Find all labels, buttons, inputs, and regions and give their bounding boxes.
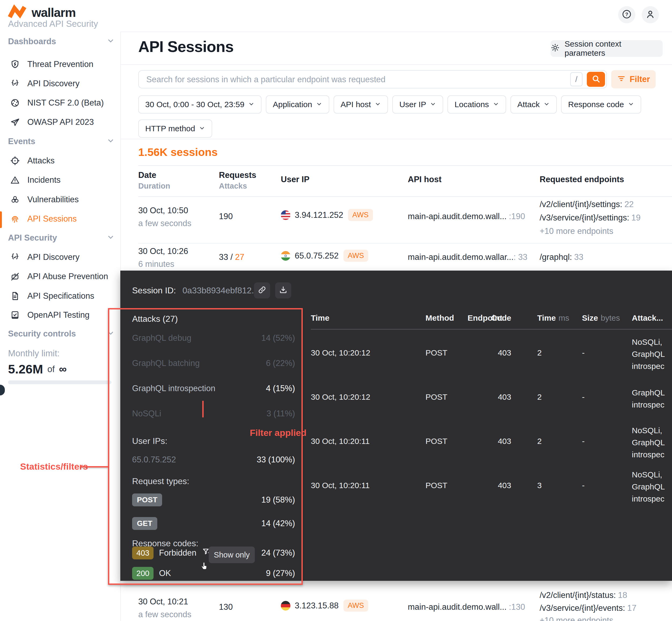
cloud-badge: AWS [343,599,368,612]
chevron-down-icon [375,100,381,109]
gear-icon [551,43,560,54]
session-endpoint: /v2/client/{int}/settings:22 [540,200,634,209]
chip-attack[interactable]: Attack [510,95,557,114]
cloud-badge: AWS [343,250,368,262]
session-id-value: 0a33b8934ebf812... [182,286,259,295]
cloud-badge: AWS [348,209,373,221]
chevron-down-icon [493,100,499,109]
flag-de-icon [281,601,290,611]
session-requests: 190 [219,212,233,221]
chip-response-code[interactable]: Response code [561,95,641,114]
sidebar-item-api-specifications[interactable]: API Specifications [10,290,94,302]
chevron-down-icon [628,100,634,109]
session-id-label: Session ID: [132,286,176,295]
session-user-ip: 65.0.75.252 AWS [281,250,368,262]
session-api-host: main-api.audit.demo.wallar...: 33 [408,252,527,262]
col-header-requests: Requests [219,170,256,180]
dcol-time-ms: Timems [537,314,569,323]
sidebar-item-threat-prevention[interactable]: Threat Prevention [10,58,93,71]
sidebar-item-incidents[interactable]: Incidents [10,174,60,187]
session-row-2[interactable]: 30 Oct, 10:26 6 minutes 33 / 27 65.0.75.… [0,243,672,271]
sidebar-item-openapi-testing[interactable]: OpenAPI Testing [10,308,89,322]
session-api-host: main-api.audit.demo.wall... :130 [408,602,525,612]
copy-link-button[interactable] [254,282,270,298]
sidebar-section-security-controls[interactable]: Security controls [8,327,76,340]
dcol-time: Time [311,314,329,323]
annotation-tick [202,401,204,417]
search-input[interactable] [146,71,570,88]
sidebar-section-events[interactable]: Events [8,135,35,148]
help-button[interactable]: ? [618,6,635,23]
braces-check-icon [10,78,20,89]
user-menu-button[interactable] [642,6,659,23]
session-endpoint: /v3/service/{int}/events:17 [540,603,636,613]
chip-user-ip[interactable]: User IP [392,95,443,114]
flag-us-icon [281,210,290,220]
session-duration: 6 minutes [138,259,174,269]
filter-button[interactable]: Filter [611,70,656,88]
chip-http-method[interactable]: HTTP method [138,120,212,138]
page-title: API Sessions [138,38,234,55]
col-header-api-host: API host [408,175,442,184]
session-endpoint: /v2/client/{int}/status:18 [540,590,627,600]
api-sessions-page: wallarm Advanced API Security Dashboards… [0,0,672,621]
monthly-limit-label: Monthly limit: [8,348,60,359]
user-icon [645,9,656,20]
chip-api-host[interactable]: API host [334,95,388,114]
session-row-3[interactable]: 30 Oct, 10:21 a few seconds 130 3.123.15… [0,587,672,621]
request-row-3[interactable]: 30 Oct, 10:20:11 POST 403 2 - NoSQLi, Gr… [120,420,672,464]
session-user-ip: 3.123.15.88 AWS [281,599,368,612]
sidebar-item-api-abuse-prevention[interactable]: API Abuse Prevention [10,270,108,283]
method-badge-get: GET [132,517,157,530]
session-date: 30 Oct, 10:21 [138,597,188,607]
session-user-ip: 3.94.121.252 AWS [281,209,373,221]
col-header-endpoints: Requested endpoints [540,175,624,184]
search-bar [138,70,607,88]
topbar [120,0,672,32]
chevron-down-icon [107,329,115,338]
show-only-tooltip-button[interactable]: Show only [209,546,255,563]
dcol-size: Sizebytes [582,314,620,323]
annotation-connector-line [80,466,108,467]
chevron-down-icon [543,100,550,109]
session-row-1[interactable]: 30 Oct, 10:50 a few seconds 190 3.94.121… [0,196,672,243]
search-button[interactable] [587,72,605,87]
cursor-pointer-icon [199,560,210,572]
filter-lines-icon [617,74,626,85]
request-type-get[interactable]: GET 14 (42%) [132,516,295,531]
edge-widget-notch [0,385,5,396]
filter-chips-row-2: HTTP method [138,120,212,138]
dcol-method: Method [425,314,454,323]
shield-bolt-icon [10,59,20,70]
svg-text:?: ? [625,11,628,17]
more-endpoints-link[interactable]: +10 more endpoints [540,226,613,236]
sidebar-item-api-discovery[interactable]: API Discovery [10,77,80,90]
flag-in-icon [281,251,290,261]
sidebar-section-dashboards[interactable]: Dashboards [8,35,56,48]
session-duration: a few seconds [138,219,191,228]
chip-locations[interactable]: Locations [448,95,506,114]
chip-date-range[interactable]: 30 Oct, 0:00 - 30 Oct, 23:59 [138,95,261,114]
chip-application[interactable]: Application [266,95,329,114]
session-context-parameters-button[interactable]: Session context parameters [551,40,663,57]
brand-logo[interactable]: wallarm [7,4,76,21]
sidebar-item-attacks[interactable]: Attacks [10,154,55,167]
request-row-1[interactable]: 30 Oct, 10:20:12 POST 403 2 - NoSQLi, Gr… [120,332,672,376]
paper-plane-icon [10,117,20,127]
chevron-down-icon [430,100,436,109]
help-icon: ? [621,9,632,20]
chevron-down-icon [248,100,255,109]
chevron-down-icon [107,137,115,146]
session-duration: a few seconds [138,610,191,619]
download-button[interactable] [275,282,291,298]
search-icon [591,74,601,85]
col-header-date: Date [138,170,156,180]
sidebar-item-nist-csf[interactable]: NIST CSF 2.0 (Beta) [10,96,104,109]
brand-subtitle: Advanced API Security [8,19,98,29]
session-date: 30 Oct, 10:26 [138,246,188,256]
more-endpoints-link[interactable]: +10 more endpoints [540,616,613,621]
sidebar-item-owasp[interactable]: OWASP API 2023 [10,116,94,129]
sidebar: wallarm Advanced API Security Dashboards… [0,0,121,621]
request-row-4[interactable]: 30 Oct, 10:20:11 POST 403 3 - NoSQLi, Gr… [120,464,672,508]
response-code-200[interactable]: 200 OK 9 (27%) [132,567,295,580]
